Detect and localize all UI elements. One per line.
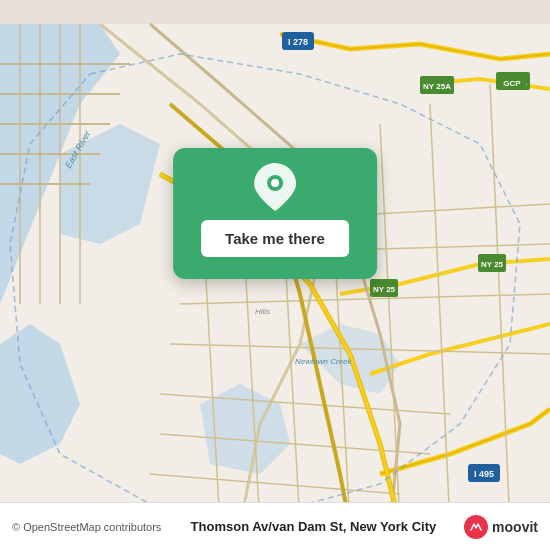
copyright-text: © OpenStreetMap contributors [12,521,163,533]
moovit-logo-icon [464,515,488,539]
svg-text:NY 25A: NY 25A [423,82,451,91]
map-container: I 278 I 495 NY 25A NY 25A NY 25 NY 25 GC… [0,0,550,550]
moovit-logo: moovit [464,515,538,539]
svg-text:I 495: I 495 [474,469,494,479]
location-pin-icon [254,166,296,208]
bottom-bar: © OpenStreetMap contributors Thomson Av/… [0,502,550,550]
moovit-logo-text: moovit [492,519,538,535]
svg-point-42 [271,179,279,187]
svg-text:GCP: GCP [503,79,521,88]
svg-text:NY 25: NY 25 [373,285,396,294]
svg-text:Newtown Creek: Newtown Creek [295,357,352,366]
svg-text:Hills: Hills [255,307,270,316]
svg-text:NY 25: NY 25 [481,260,504,269]
location-title: Thomson Av/van Dam St, New York City [163,519,464,534]
take-me-there-button[interactable]: Take me there [201,220,349,257]
svg-text:I 278: I 278 [288,37,308,47]
take-me-there-popup: Take me there [173,148,377,279]
